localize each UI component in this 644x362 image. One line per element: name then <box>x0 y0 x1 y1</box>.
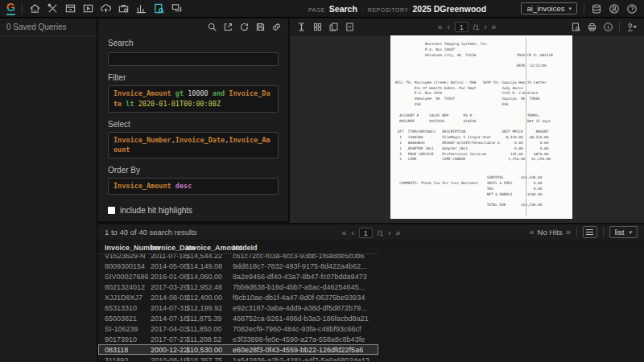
database-icon[interactable] <box>591 3 602 14</box>
print-icon[interactable] <box>587 22 597 32</box>
table-cell: XJJ1D8XJ7 <box>105 294 151 302</box>
menu-icon[interactable] <box>583 226 597 238</box>
table-row[interactable]: 0831182000-12-22$10,530.00e60e28f3-0f43-… <box>98 344 378 355</box>
search-input[interactable] <box>108 52 279 66</box>
table-row[interactable]: 901739102017-07-27$11,208.52e3f33898-fe0… <box>98 334 378 344</box>
fit-height-icon[interactable] <box>296 22 307 32</box>
home-icon[interactable] <box>29 2 41 14</box>
saved-queries-count: 0 Saved Queries <box>0 19 97 36</box>
last-page-button[interactable]: » <box>492 23 497 31</box>
select-label: Select <box>108 120 279 129</box>
no-hits-label: No Hits <box>538 228 563 237</box>
table-cell: 2016-01-08 <box>151 273 186 281</box>
search-label: Search <box>108 39 279 47</box>
refresh-icon[interactable] <box>239 22 250 32</box>
table-cell: 083118 <box>105 346 151 354</box>
thumbnails-icon[interactable] <box>312 22 323 32</box>
pages-icon[interactable] <box>328 22 339 32</box>
reports-icon[interactable] <box>135 2 147 14</box>
table-cell: $14,544.22 <box>186 254 233 260</box>
table-cell: e92c3187-3aba-4dd9-a38d-df5d872b79... <box>233 304 378 312</box>
table-row[interactable]: XJJ1D8XJ72014-08-01$12,400.00f9cb10ae-db… <box>98 292 378 302</box>
document-search-icon[interactable] <box>571 22 581 32</box>
results-toolbar-right: « No Hits » list ▾ <box>529 226 638 238</box>
results-table: V1623629-N2011-07-18$14,544.22c61c72cc-f… <box>98 254 378 361</box>
first-results-page-button[interactable]: « <box>342 229 347 237</box>
scan-fold-line <box>526 38 526 216</box>
help-icon[interactable] <box>626 3 638 14</box>
table-cell: 2017-03-29 <box>151 283 186 291</box>
copy-link-icon[interactable] <box>271 22 282 32</box>
table-cell: 2017-04-03 <box>151 325 186 333</box>
previous-results-page-button[interactable]: ‹ <box>351 229 353 237</box>
hit-navigation: « No Hits » <box>529 228 570 237</box>
filter-label: Filter <box>108 73 279 82</box>
viewer-pagination: « ‹ 1 /1 › » <box>438 19 496 35</box>
jobs-icon[interactable] <box>118 2 130 14</box>
orderby-input[interactable]: Invoice_Amount desc <box>108 178 279 195</box>
table-row[interactable]: 80093001542014-05-06$14,149.089dd618c7-7… <box>98 261 378 271</box>
view-mode-select[interactable]: list ▾ <box>609 226 638 238</box>
previous-page-button[interactable]: ‹ <box>447 23 449 31</box>
page-label: PAGE <box>308 7 325 13</box>
info-icon[interactable] <box>603 22 613 32</box>
tools-icon[interactable] <box>47 2 59 14</box>
column-header[interactable]: Invoice_Number <box>105 244 151 252</box>
viewer-toolbar: « ‹ 1 /1 › » <box>290 19 644 35</box>
page-collapse-icon[interactable] <box>345 22 355 32</box>
results-page-input[interactable]: 1 <box>359 228 373 238</box>
archive-select-value: ai_invoices <box>526 4 564 13</box>
table-cell: SIV00027686 <box>105 273 151 281</box>
previous-hit-button[interactable]: « <box>529 228 534 237</box>
table-row[interactable]: 653133102014-07-31$12,199.92e92c3187-3ab… <box>98 302 378 313</box>
select-input[interactable]: Invoice_Number,Invoice_Date,Invoice_Amou… <box>108 132 279 159</box>
include-hit-highlights-checkbox[interactable] <box>108 207 115 214</box>
run-search-icon[interactable] <box>207 22 217 32</box>
table-row[interactable]: 650038212014-07-16$11,875.39468752ca-926… <box>98 313 378 323</box>
table-cell: 8a2e9456-df40-43a7-8b47-fc07bdda9473 <box>233 273 378 281</box>
stamp-icon[interactable] <box>625 22 638 32</box>
table-cell: $12,199.92 <box>186 304 233 312</box>
archive-icon[interactable] <box>64 2 76 14</box>
column-header[interactable]: Invoice_Date <box>151 244 186 252</box>
last-results-page-button[interactable]: » <box>396 229 401 237</box>
search-page-icon[interactable] <box>153 2 165 14</box>
table-cell: 65313310 <box>105 304 151 312</box>
first-page-button[interactable]: « <box>438 23 443 31</box>
column-header[interactable]: NodeId <box>233 244 378 252</box>
table-row[interactable]: 80213240122017-03-29$12,952.487bb9d638-b… <box>98 282 378 292</box>
table-row[interactable]: SIV000276862016-01-08$14,060.008a2e9456-… <box>98 271 378 282</box>
export-icon[interactable] <box>223 22 233 32</box>
archive-select[interactable]: ai_invoices ▾ <box>521 2 577 14</box>
batch-portal-icon[interactable] <box>82 2 94 14</box>
next-results-page-button[interactable]: › <box>388 229 390 237</box>
table-cell: 7082ecf9-7960-484c-93fa-c48bf93c66cf <box>233 325 378 333</box>
next-page-button[interactable]: › <box>484 23 486 31</box>
invoice-body-text: Business Imaging Systems, Inc. P.O. Box … <box>390 35 572 162</box>
account-icon[interactable] <box>609 3 620 14</box>
search-results-panel: 1 to 40 of 40 search results « ‹ 1 /1 › … <box>98 223 644 362</box>
table-cell: 2014-07-16 <box>151 315 186 323</box>
table-cell: $11,875.39 <box>186 315 233 323</box>
breadcrumb: PAGE Search · REPOSITORY 2025 DGreenwood <box>308 4 486 14</box>
repository-name: 2025 DGreenwood <box>413 4 487 14</box>
table-cell: $11,208.52 <box>186 335 233 343</box>
table-row[interactable]: 3118922010-08-19$10,367.751a542836-a2b2-… <box>98 355 378 361</box>
table-cell: 468752ca-9261-486d-b3a3-186facbd8a21 <box>233 315 378 323</box>
save-query-icon[interactable] <box>255 22 266 32</box>
chevron-down-icon: ▾ <box>568 6 572 12</box>
table-row[interactable]: SI-1062392017-04-03$11,850.007082ecf9-79… <box>98 323 378 334</box>
table-cell: 2010-08-19 <box>151 356 186 362</box>
messages-icon[interactable] <box>171 2 183 14</box>
saved-queries-panel: 0 Saved Queries <box>0 19 98 362</box>
column-header[interactable]: Invoice_Amount <box>186 244 233 252</box>
table-row[interactable]: V1623629-N2011-07-18$14,544.22c61c72cc-f… <box>98 254 378 261</box>
cloud-upload-icon[interactable] <box>100 2 112 14</box>
results-toolbar: 1 to 40 of 40 search results « ‹ 1 /1 › … <box>98 224 644 241</box>
app-logo: G <box>6 2 15 15</box>
next-hit-button[interactable]: » <box>566 228 571 237</box>
query-form: Search Filter Invoice_Amount gt 10000 an… <box>98 35 288 215</box>
filter-input[interactable]: Invoice_Amount gt 10000 and Invoice_Date… <box>108 85 279 113</box>
viewer-page-input[interactable]: 1 <box>455 22 469 32</box>
document-viewer-panel: « ‹ 1 /1 › » <box>290 19 644 223</box>
